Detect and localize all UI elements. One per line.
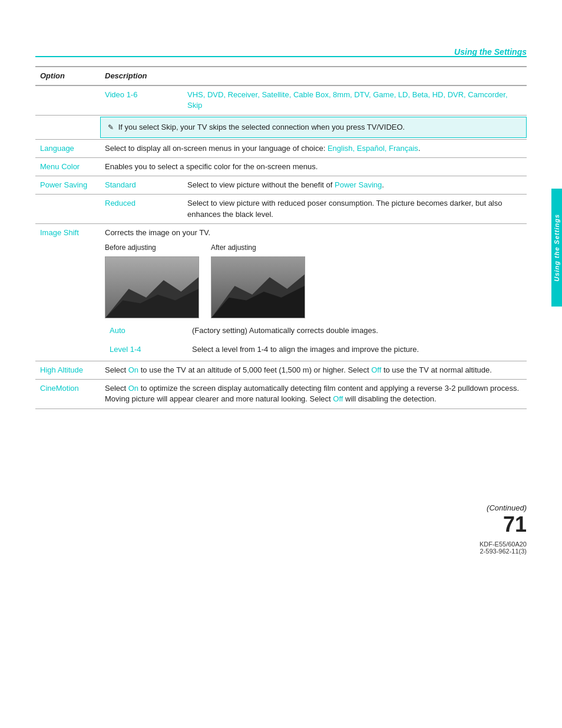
table-row-cinemotion: CineMotion Select On to optimize the scr… xyxy=(35,380,527,409)
table-row-note: ✎ If you select Skip, your TV skips the … xyxy=(35,115,527,139)
right-side-tab: Using the Settings xyxy=(551,189,562,307)
before-landscape-svg xyxy=(105,257,199,318)
cinemotion-description: Select On to optimize the screen display… xyxy=(100,380,527,409)
option-high-altitude: High Altitude xyxy=(35,361,100,380)
level-description: Select a level from 1-4 to align the ima… xyxy=(187,342,522,357)
level-sub-row: Level 1-4 Select a level from 1-4 to ali… xyxy=(105,342,522,357)
language-choices: English, Español, Français xyxy=(328,144,418,153)
sub-option-level: Level 1-4 xyxy=(105,342,187,357)
col1-header: Option xyxy=(35,67,100,85)
option-power-saving: Power Saving xyxy=(35,176,100,195)
model-line1: KDF-E55/60A20 xyxy=(35,541,527,548)
table-row-power-standard: Power Saving Standard Select to view pic… xyxy=(35,176,527,195)
right-tab-label: Using the Settings xyxy=(553,214,560,282)
off-link-cinemotion: Off xyxy=(333,394,343,403)
image-captions: Before adjusting After adjusting xyxy=(105,243,522,253)
note-text: If you select Skip, your TV skips the se… xyxy=(118,123,405,131)
table-row-image-shift: Image Shift Corrects the image on your T… xyxy=(35,223,527,361)
model-line2: 2-593-962-11(3) xyxy=(35,548,527,555)
off-link-altitude: Off xyxy=(371,365,381,374)
model-info: KDF-E55/60A20 2-593-962-11(3) xyxy=(35,541,527,555)
option-empty-video xyxy=(35,85,100,115)
auto-row: Auto (Factory setting) Automatically cor… xyxy=(105,323,522,357)
option-language: Language xyxy=(35,139,100,157)
header-title: Using the Settings xyxy=(454,47,527,57)
image-row xyxy=(105,256,522,318)
video-description: VHS, DVD, Receiver, Satellite, Cable Box… xyxy=(183,85,527,115)
continued-text: (Continued) xyxy=(35,503,527,512)
note-icon: ✎ xyxy=(108,123,114,133)
table-row-power-reduced: Reduced Select to view picture with redu… xyxy=(35,195,527,223)
option-cinemotion: CineMotion xyxy=(35,380,100,409)
standard-description: Select to view picture without the benef… xyxy=(183,176,527,195)
option-empty-reduced xyxy=(35,195,100,223)
language-description: Select to display all on-screen menus in… xyxy=(100,139,527,157)
sub-option-standard: Standard xyxy=(100,176,183,195)
table-row-video: Video 1-6 VHS, DVD, Receiver, Satellite,… xyxy=(35,85,527,115)
high-altitude-description: Select On to use the TV at an altitude o… xyxy=(100,361,527,380)
on-link-cinemotion: On xyxy=(128,384,138,393)
image-shift-desc: Corrects the image on your TV. xyxy=(105,228,522,238)
reduced-description: Select to view picture with reduced pose… xyxy=(183,195,527,223)
after-landscape-svg xyxy=(211,257,305,318)
col2-header: Description xyxy=(100,67,527,85)
caption-after: After adjusting xyxy=(211,243,305,253)
power-saving-link: Power Saving xyxy=(335,180,382,189)
table-row-high-altitude: High Altitude Select On to use the TV at… xyxy=(35,361,527,380)
top-border xyxy=(35,56,527,57)
page-container: Using the Settings Using the Settings Op… xyxy=(0,0,562,728)
before-image xyxy=(105,256,199,318)
note-cell: ✎ If you select Skip, your TV skips the … xyxy=(100,115,527,139)
note-empty xyxy=(35,115,100,139)
table-row-language: Language Select to display all on-screen… xyxy=(35,139,527,157)
table-row-menu-color: Menu Color Enables you to select a speci… xyxy=(35,157,527,176)
table-header-row: Option Description xyxy=(35,67,527,85)
main-table: Option Description Video 1-6 VHS, DVD, R… xyxy=(35,66,527,409)
option-image-shift: Image Shift xyxy=(35,223,100,361)
option-menu-color: Menu Color xyxy=(35,157,100,176)
sub-option-video: Video 1-6 xyxy=(100,85,183,115)
on-link-altitude: On xyxy=(128,365,138,374)
sub-option-auto: Auto xyxy=(105,323,187,338)
page-header: Using the Settings xyxy=(35,47,527,57)
note-box: ✎ If you select Skip, your TV skips the … xyxy=(100,117,527,138)
caption-before: Before adjusting xyxy=(105,243,199,253)
auto-sub-row: Auto (Factory setting) Automatically cor… xyxy=(105,323,522,338)
page-number: 71 xyxy=(35,512,527,537)
footer: (Continued) 71 KDF-E55/60A20 2-593-962-1… xyxy=(35,503,527,555)
video-label: Video 1-6 xyxy=(105,90,137,99)
auto-description: (Factory setting) Automatically corrects… xyxy=(187,323,522,338)
image-shift-content: Corrects the image on your TV. Before ad… xyxy=(100,223,527,361)
menu-color-description: Enables you to select a specific color f… xyxy=(100,157,527,176)
after-image xyxy=(211,256,305,318)
sub-option-reduced: Reduced xyxy=(100,195,183,223)
